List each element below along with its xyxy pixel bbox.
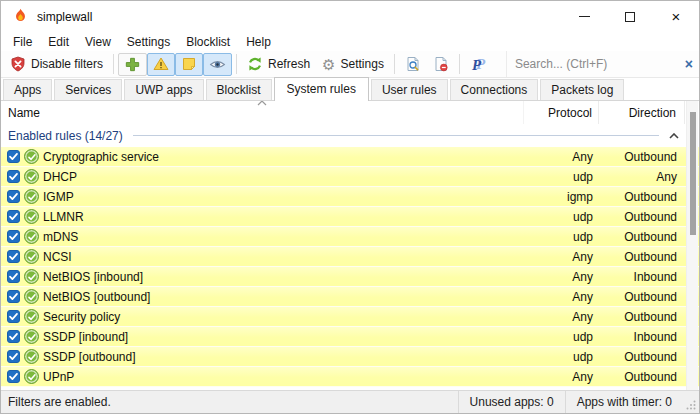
rule-rows: Cryptographic service Any Outbound DHCP … bbox=[1, 147, 699, 387]
menu-item-blocklist[interactable]: Blocklist bbox=[178, 33, 238, 51]
rule-name: NCSI bbox=[43, 250, 523, 264]
donate-paypal-button[interactable]: P P bbox=[464, 53, 496, 76]
rule-row[interactable]: Security policy Any Outbound bbox=[1, 307, 699, 326]
rule-protocol: Any bbox=[523, 250, 599, 264]
maximize-button[interactable] bbox=[607, 1, 653, 32]
tab-label: UWP apps bbox=[135, 83, 192, 97]
column-header-direction[interactable]: Direction bbox=[599, 101, 685, 124]
rule-checkbox[interactable] bbox=[7, 190, 20, 203]
scrollbar-thumb[interactable] bbox=[690, 112, 696, 235]
refresh-button[interactable]: Refresh bbox=[241, 53, 316, 76]
rule-name: NetBIOS [outbound] bbox=[43, 290, 523, 304]
clear-log-button[interactable] bbox=[427, 53, 455, 76]
rule-row[interactable]: NetBIOS [inbound] Any Inbound bbox=[1, 267, 699, 286]
rule-name: LLMNR bbox=[43, 210, 523, 224]
rule-enabled-check-icon bbox=[24, 149, 39, 164]
rule-name: mDNS bbox=[43, 230, 523, 244]
show-hidden-eye-toggle[interactable] bbox=[203, 53, 232, 76]
rule-row[interactable]: SSDP [inbound] udp Inbound bbox=[1, 327, 699, 346]
refresh-label: Refresh bbox=[268, 57, 310, 71]
tab-blocklist[interactable]: Blocklist bbox=[206, 79, 272, 100]
tab-user-rules[interactable]: User rules bbox=[371, 79, 448, 100]
rule-row[interactable]: LLMNR udp Outbound bbox=[1, 207, 699, 226]
menu-item-view[interactable]: View bbox=[77, 33, 119, 51]
eye-icon bbox=[209, 56, 226, 73]
close-icon: × bbox=[672, 9, 681, 24]
rule-enabled-check-icon bbox=[24, 269, 39, 284]
column-header-name[interactable]: Name bbox=[1, 106, 523, 120]
rule-row[interactable]: Cryptographic service Any Outbound bbox=[1, 147, 699, 166]
menu-item-edit[interactable]: Edit bbox=[40, 33, 77, 51]
clear-search-icon[interactable]: × bbox=[678, 56, 700, 72]
app-flame-icon bbox=[12, 8, 29, 25]
rule-row[interactable]: SSDP [outbound] udp Outbound bbox=[1, 347, 699, 366]
rule-row[interactable]: mDNS udp Outbound bbox=[1, 227, 699, 246]
rule-checkbox[interactable] bbox=[7, 250, 20, 263]
rule-checkbox[interactable] bbox=[7, 370, 20, 383]
refresh-icon bbox=[247, 56, 263, 72]
rule-name: Cryptographic service bbox=[43, 150, 523, 164]
rule-protocol: Any bbox=[523, 290, 599, 304]
rule-checkbox[interactable] bbox=[7, 290, 20, 303]
sort-ascending-icon bbox=[257, 101, 267, 106]
rule-enabled-check-icon bbox=[24, 249, 39, 264]
rule-checkbox[interactable] bbox=[7, 330, 20, 343]
tab-uwp-apps[interactable]: UWP apps bbox=[124, 79, 203, 100]
rule-checkbox[interactable] bbox=[7, 230, 20, 243]
group-header-enabled-rules[interactable]: Enabled rules (14/27) bbox=[1, 124, 699, 147]
show-notes-toggle[interactable] bbox=[175, 53, 203, 76]
rule-checkbox[interactable] bbox=[7, 150, 20, 163]
tab-label: Blocklist bbox=[217, 83, 261, 97]
group-label: Enabled rules (14/27) bbox=[8, 129, 123, 143]
paypal-icon: P P bbox=[470, 55, 490, 73]
tab-packets-log[interactable]: Packets log bbox=[540, 79, 624, 100]
tab-system-rules[interactable]: System rules bbox=[274, 77, 369, 101]
rule-row[interactable]: NCSI Any Outbound bbox=[1, 247, 699, 266]
menu-item-help[interactable]: Help bbox=[238, 33, 279, 51]
rule-enabled-check-icon bbox=[24, 369, 39, 384]
status-message: Filters are enabled. bbox=[1, 395, 458, 409]
rule-row[interactable]: NetBIOS [outbound] Any Outbound bbox=[1, 287, 699, 306]
rule-row[interactable]: DHCP udp Any bbox=[1, 167, 699, 186]
vertical-scrollbar[interactable] bbox=[686, 101, 698, 390]
disable-filters-button[interactable]: Disable filters bbox=[4, 53, 109, 76]
add-rule-button[interactable] bbox=[118, 53, 147, 76]
rule-direction: Outbound bbox=[599, 310, 685, 324]
toolbar-separator bbox=[236, 54, 237, 74]
app-window: simplewall × FileEditViewSettingsBlockli… bbox=[0, 0, 700, 414]
tab-label: System rules bbox=[287, 82, 356, 96]
rule-checkbox[interactable] bbox=[7, 270, 20, 283]
rule-direction: Outbound bbox=[599, 210, 685, 224]
rule-checkbox[interactable] bbox=[7, 310, 20, 323]
show-warnings-toggle[interactable] bbox=[147, 53, 175, 76]
svg-text:P: P bbox=[472, 57, 482, 73]
rule-name: NetBIOS [inbound] bbox=[43, 270, 523, 284]
tab-apps[interactable]: Apps bbox=[3, 79, 52, 100]
rule-checkbox[interactable] bbox=[7, 350, 20, 363]
tab-services[interactable]: Services bbox=[54, 79, 122, 100]
rule-name: UPnP bbox=[43, 370, 523, 384]
tab-connections[interactable]: Connections bbox=[450, 79, 539, 100]
rule-protocol: Any bbox=[523, 370, 599, 384]
collapse-group-icon[interactable] bbox=[669, 133, 679, 139]
column-header-protocol[interactable]: Protocol bbox=[523, 101, 599, 124]
menu-item-settings[interactable]: Settings bbox=[119, 33, 178, 51]
rule-direction: Outbound bbox=[599, 150, 685, 164]
rule-enabled-check-icon bbox=[24, 209, 39, 224]
search-input[interactable] bbox=[507, 53, 678, 75]
menu-item-file[interactable]: File bbox=[5, 33, 40, 51]
close-button[interactable]: × bbox=[653, 1, 699, 32]
rule-row[interactable]: UPnP Any Outbound bbox=[1, 367, 699, 386]
settings-button[interactable]: ⚙ Settings bbox=[316, 53, 390, 76]
minimize-button[interactable] bbox=[561, 1, 607, 32]
rule-row[interactable]: IGMP igmp Outbound bbox=[1, 187, 699, 206]
rule-enabled-check-icon bbox=[24, 289, 39, 304]
yellow-note-icon bbox=[181, 56, 197, 72]
rule-direction: Outbound bbox=[599, 190, 685, 204]
rule-checkbox[interactable] bbox=[7, 170, 20, 183]
rule-protocol: Any bbox=[523, 270, 599, 284]
open-log-button[interactable] bbox=[399, 53, 427, 76]
rule-checkbox[interactable] bbox=[7, 210, 20, 223]
resize-grip[interactable] bbox=[683, 391, 699, 413]
tab-label: Connections bbox=[461, 83, 528, 97]
